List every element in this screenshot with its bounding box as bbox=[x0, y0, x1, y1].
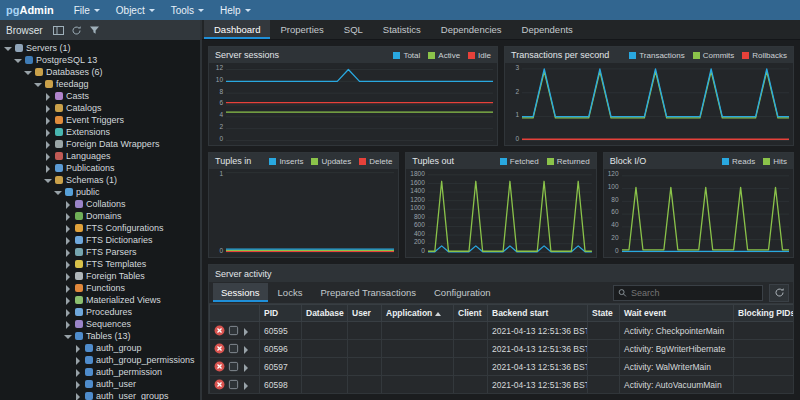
refresh-activity-button[interactable] bbox=[769, 284, 789, 302]
expand-row-icon[interactable] bbox=[242, 327, 250, 335]
tree-chevron-icon[interactable] bbox=[64, 212, 72, 220]
tree-chevron-icon[interactable] bbox=[64, 260, 72, 268]
panels-icon[interactable] bbox=[53, 25, 64, 36]
session-row[interactable]: 60598 2021-04-13 12:51:36 BST Activity: … bbox=[210, 376, 794, 394]
tree-chevron-icon[interactable] bbox=[64, 200, 72, 208]
tree-item-schemas-1[interactable]: Schemas (1) bbox=[0, 174, 200, 186]
tree-item-sequences[interactable]: Sequences bbox=[0, 318, 200, 330]
menu-object[interactable]: Object bbox=[108, 0, 163, 20]
tree-chevron-icon[interactable] bbox=[74, 392, 82, 400]
terminate-session-icon[interactable] bbox=[214, 325, 225, 336]
tab-dashboard[interactable]: Dashboard bbox=[204, 20, 270, 39]
menu-tools[interactable]: Tools bbox=[163, 0, 212, 20]
column-header-pid[interactable]: PID bbox=[260, 305, 302, 322]
column-header-client[interactable]: Client bbox=[454, 305, 488, 322]
cancel-query-icon[interactable] bbox=[228, 361, 239, 372]
column-header-state[interactable]: State bbox=[588, 305, 620, 322]
column-header-blocking-pids[interactable]: Blocking PIDs bbox=[734, 305, 794, 322]
tree-chevron-icon[interactable] bbox=[4, 44, 12, 52]
tree-item-functions[interactable]: Functions bbox=[0, 282, 200, 294]
tree-item-fts-templates[interactable]: FTS Templates bbox=[0, 258, 200, 270]
expand-row-icon[interactable] bbox=[242, 363, 250, 371]
tree-chevron-icon[interactable] bbox=[64, 272, 72, 280]
column-header-application[interactable]: Application bbox=[382, 305, 454, 322]
tab-statistics[interactable]: Statistics bbox=[373, 20, 431, 39]
tree-item-materialized-views[interactable]: Materialized Views bbox=[0, 294, 200, 306]
activity-tab-prepared-transactions[interactable]: Prepared Transactions bbox=[312, 283, 424, 302]
tree-item-databases-6[interactable]: Databases (6) bbox=[0, 66, 200, 78]
cancel-query-icon[interactable] bbox=[228, 325, 239, 336]
tree-chevron-icon[interactable] bbox=[44, 164, 52, 172]
tree-chevron-icon[interactable] bbox=[64, 248, 72, 256]
tree-item-tables-13[interactable]: Tables (13) bbox=[0, 330, 200, 342]
activity-tab-sessions[interactable]: Sessions bbox=[213, 283, 268, 302]
filter-icon[interactable] bbox=[89, 25, 100, 36]
tree-chevron-icon[interactable] bbox=[44, 92, 52, 100]
session-row[interactable]: 60595 2021-04-13 12:51:36 BST Activity: … bbox=[210, 322, 794, 340]
tree-item-event-triggers[interactable]: Event Triggers bbox=[0, 114, 200, 126]
column-header-wait-event[interactable]: Wait event bbox=[620, 305, 734, 322]
tree-chevron-icon[interactable] bbox=[44, 140, 52, 148]
tree-item-auth-user[interactable]: auth_user bbox=[0, 378, 200, 390]
tree-item-fts-parsers[interactable]: FTS Parsers bbox=[0, 246, 200, 258]
tree-chevron-icon[interactable] bbox=[44, 176, 52, 184]
tree-item-extensions[interactable]: Extensions bbox=[0, 126, 200, 138]
cancel-query-icon[interactable] bbox=[228, 379, 239, 390]
cancel-query-icon[interactable] bbox=[228, 343, 239, 354]
tree-chevron-icon[interactable] bbox=[74, 356, 82, 364]
expand-row-icon[interactable] bbox=[242, 381, 250, 389]
tree-chevron-icon[interactable] bbox=[24, 68, 32, 76]
tree-item-collations[interactable]: Collations bbox=[0, 198, 200, 210]
activity-tab-locks[interactable]: Locks bbox=[270, 283, 311, 302]
column-header-backend-start[interactable]: Backend start bbox=[488, 305, 588, 322]
column-header-database[interactable]: Database bbox=[302, 305, 348, 322]
session-row[interactable]: 60596 2021-04-13 12:51:36 BST Activity: … bbox=[210, 340, 794, 358]
tree-item-auth-user-groups[interactable]: auth_user_groups bbox=[0, 390, 200, 400]
tree-chevron-icon[interactable] bbox=[64, 284, 72, 292]
tree-item-feedagg[interactable]: feedagg bbox=[0, 78, 200, 90]
tree-item-domains[interactable]: Domains bbox=[0, 210, 200, 222]
tab-properties[interactable]: Properties bbox=[270, 20, 333, 39]
tree-item-casts[interactable]: Casts bbox=[0, 90, 200, 102]
column-header[interactable] bbox=[210, 305, 260, 322]
tree-chevron-icon[interactable] bbox=[14, 56, 22, 64]
session-row[interactable]: 60597 2021-04-13 12:51:36 BST Activity: … bbox=[210, 358, 794, 376]
tree-item-servers-1[interactable]: Servers (1) bbox=[0, 42, 200, 54]
tree-item-postgresql-13[interactable]: PostgreSQL 13 bbox=[0, 54, 200, 66]
tree-chevron-icon[interactable] bbox=[64, 320, 72, 328]
search-input[interactable] bbox=[631, 288, 758, 298]
tree-item-auth-group[interactable]: auth_group bbox=[0, 342, 200, 354]
tree-chevron-icon[interactable] bbox=[64, 224, 72, 232]
tree-item-auth-group-permissions[interactable]: auth_group_permissions bbox=[0, 354, 200, 366]
tree-chevron-icon[interactable] bbox=[34, 80, 42, 88]
tree-chevron-icon[interactable] bbox=[64, 236, 72, 244]
tree-item-fts-configurations[interactable]: FTS Configurations bbox=[0, 222, 200, 234]
tree-item-languages[interactable]: Languages bbox=[0, 150, 200, 162]
tree-item-public[interactable]: public bbox=[0, 186, 200, 198]
tree-item-auth-permission[interactable]: auth_permission bbox=[0, 366, 200, 378]
tree-chevron-icon[interactable] bbox=[44, 128, 52, 136]
column-header-user[interactable]: User bbox=[348, 305, 382, 322]
terminate-session-icon[interactable] bbox=[214, 361, 225, 372]
tree-chevron-icon[interactable] bbox=[64, 308, 72, 316]
tree-chevron-icon[interactable] bbox=[74, 344, 82, 352]
tree-item-foreign-tables[interactable]: Foreign Tables bbox=[0, 270, 200, 282]
activity-tab-configuration[interactable]: Configuration bbox=[426, 283, 499, 302]
tree-chevron-icon[interactable] bbox=[64, 332, 72, 340]
tree-item-foreign-data-wrappers[interactable]: Foreign Data Wrappers bbox=[0, 138, 200, 150]
expand-row-icon[interactable] bbox=[242, 345, 250, 353]
tree-chevron-icon[interactable] bbox=[44, 152, 52, 160]
refresh-icon[interactable] bbox=[71, 25, 82, 36]
tree-chevron-icon[interactable] bbox=[44, 116, 52, 124]
tree-item-catalogs[interactable]: Catalogs bbox=[0, 102, 200, 114]
tree-chevron-icon[interactable] bbox=[54, 188, 62, 196]
tab-dependencies[interactable]: Dependencies bbox=[431, 20, 512, 39]
menu-file[interactable]: File bbox=[66, 0, 108, 20]
tree-chevron-icon[interactable] bbox=[74, 380, 82, 388]
menu-help[interactable]: Help bbox=[212, 0, 259, 20]
tree-chevron-icon[interactable] bbox=[64, 296, 72, 304]
tab-sql[interactable]: SQL bbox=[334, 20, 373, 39]
tree-item-publications[interactable]: Publications bbox=[0, 162, 200, 174]
terminate-session-icon[interactable] bbox=[214, 343, 225, 354]
terminate-session-icon[interactable] bbox=[214, 379, 225, 390]
